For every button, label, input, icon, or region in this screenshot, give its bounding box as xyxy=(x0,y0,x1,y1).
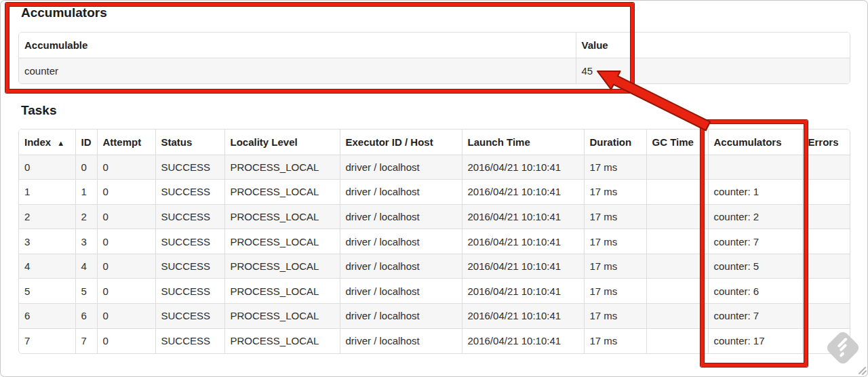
accumulators-table-grid: AccumulableValuecounter45 xyxy=(19,33,850,83)
table-cell: driver / localhost xyxy=(340,180,462,205)
column-header-status[interactable]: Status xyxy=(155,130,224,155)
table-cell: counter: 5 xyxy=(708,254,802,279)
table-cell: 17 ms xyxy=(584,180,646,205)
table-cell: SUCCESS xyxy=(155,304,224,329)
table-cell: driver / localhost xyxy=(340,155,462,180)
table-cell: 0 xyxy=(97,304,155,329)
table-cell: PROCESS_LOCAL xyxy=(224,155,340,180)
column-header-accumulable: Accumulable xyxy=(19,33,576,58)
table-cell: driver / localhost xyxy=(340,304,462,329)
table-cell xyxy=(802,254,850,279)
table-cell xyxy=(646,229,708,254)
column-header-accumulators[interactable]: Accumulators xyxy=(708,130,802,155)
table-cell: 0 xyxy=(19,155,75,180)
table-cell: 1 xyxy=(19,180,75,205)
table-row: 770SUCCESSPROCESS_LOCALdriver / localhos… xyxy=(19,328,850,353)
table-cell: SUCCESS xyxy=(155,254,224,279)
table-cell: 17 ms xyxy=(584,328,646,353)
table-cell: 5 xyxy=(19,279,75,304)
column-header-label: Status xyxy=(161,136,193,148)
table-cell: 17 ms xyxy=(584,254,646,279)
table-cell: 17 ms xyxy=(584,155,646,180)
table-cell: 0 xyxy=(97,279,155,304)
table-cell: 7 xyxy=(19,328,75,353)
table-cell xyxy=(802,180,850,205)
table-cell: 3 xyxy=(75,229,97,254)
table-cell: 4 xyxy=(19,254,75,279)
table-cell: 0 xyxy=(97,254,155,279)
table-cell: SUCCESS xyxy=(155,204,224,229)
table-cell: PROCESS_LOCAL xyxy=(224,254,340,279)
table-cell: counter: 7 xyxy=(708,229,802,254)
table-cell: 2016/04/21 10:10:41 xyxy=(462,304,584,329)
column-header-label: Index xyxy=(24,136,51,148)
column-header-label: GC Time xyxy=(652,136,694,148)
table-row: 110SUCCESSPROCESS_LOCALdriver / localhos… xyxy=(19,180,850,205)
column-header-attempt[interactable]: Attempt xyxy=(97,130,155,155)
table-cell: 17 ms xyxy=(584,229,646,254)
table-cell: 0 xyxy=(97,155,155,180)
table-cell: PROCESS_LOCAL xyxy=(224,229,340,254)
tasks-table-grid: Index▲IDAttemptStatusLocality LevelExecu… xyxy=(19,130,850,353)
column-header-label: Accumulators xyxy=(714,136,782,148)
table-cell: driver / localhost xyxy=(340,279,462,304)
accumulators-table: AccumulableValuecounter45 xyxy=(18,32,850,84)
table-cell: 2016/04/21 10:10:41 xyxy=(462,229,584,254)
page: Accumulators AccumulableValuecounter45 T… xyxy=(0,0,868,377)
column-header-executor-id-host[interactable]: Executor ID / Host xyxy=(340,130,462,155)
column-header-label: Locality Level xyxy=(231,136,298,148)
column-header-label: Value xyxy=(582,39,608,51)
table-cell: 0 xyxy=(97,180,155,205)
column-header-label: Launch Time xyxy=(468,136,530,148)
table-cell: SUCCESS xyxy=(155,180,224,205)
column-header-label: Errors xyxy=(808,136,839,148)
table-cell: 6 xyxy=(75,304,97,329)
table-cell: counter: 17 xyxy=(708,328,802,353)
table-cell: 0 xyxy=(97,229,155,254)
table-cell: PROCESS_LOCAL xyxy=(224,304,340,329)
table-cell: 2 xyxy=(19,204,75,229)
column-header-label: ID xyxy=(81,136,92,148)
table-cell: PROCESS_LOCAL xyxy=(224,328,340,353)
accumulators-heading: Accumulators xyxy=(21,5,107,20)
table-cell xyxy=(646,304,708,329)
table-row: 000SUCCESSPROCESS_LOCALdriver / localhos… xyxy=(19,155,850,180)
table-cell xyxy=(646,180,708,205)
table-cell xyxy=(646,155,708,180)
column-header-duration[interactable]: Duration xyxy=(584,130,646,155)
table-cell: 2016/04/21 10:10:41 xyxy=(462,180,584,205)
column-header-locality-level[interactable]: Locality Level xyxy=(224,130,340,155)
table-cell xyxy=(802,279,850,304)
table-cell xyxy=(646,279,708,304)
resize-corner-mark xyxy=(859,368,866,374)
table-cell: 5 xyxy=(75,279,97,304)
table-cell: SUCCESS xyxy=(155,229,224,254)
column-header-index[interactable]: Index▲ xyxy=(19,130,75,155)
table-cell xyxy=(646,254,708,279)
column-header-value: Value xyxy=(576,33,850,58)
column-header-launch-time[interactable]: Launch Time xyxy=(462,130,584,155)
column-header-id[interactable]: ID xyxy=(75,130,97,155)
table-row: 550SUCCESSPROCESS_LOCALdriver / localhos… xyxy=(19,279,850,304)
tasks-heading: Tasks xyxy=(21,103,56,118)
table-cell: 2016/04/21 10:10:41 xyxy=(462,254,584,279)
table-cell: 0 xyxy=(75,155,97,180)
header-row: Index▲IDAttemptStatusLocality LevelExecu… xyxy=(19,130,850,155)
table-cell: 0 xyxy=(97,204,155,229)
table-cell xyxy=(646,204,708,229)
table-cell: 1 xyxy=(75,180,97,205)
tasks-table: Index▲IDAttemptStatusLocality LevelExecu… xyxy=(18,129,850,354)
table-cell: counter: 7 xyxy=(708,304,802,329)
table-row: 440SUCCESSPROCESS_LOCALdriver / localhos… xyxy=(19,254,850,279)
column-header-errors[interactable]: Errors xyxy=(802,130,850,155)
table-row: 660SUCCESSPROCESS_LOCALdriver / localhos… xyxy=(19,304,850,329)
table-cell: 0 xyxy=(97,328,155,353)
table-cell: 7 xyxy=(75,328,97,353)
table-cell: SUCCESS xyxy=(155,155,224,180)
table-cell: 17 ms xyxy=(584,279,646,304)
table-cell: driver / localhost xyxy=(340,328,462,353)
table-cell: 2016/04/21 10:10:41 xyxy=(462,328,584,353)
column-header-gc-time[interactable]: GC Time xyxy=(646,130,708,155)
column-header-label: Accumulable xyxy=(24,39,87,51)
table-cell: driver / localhost xyxy=(340,204,462,229)
